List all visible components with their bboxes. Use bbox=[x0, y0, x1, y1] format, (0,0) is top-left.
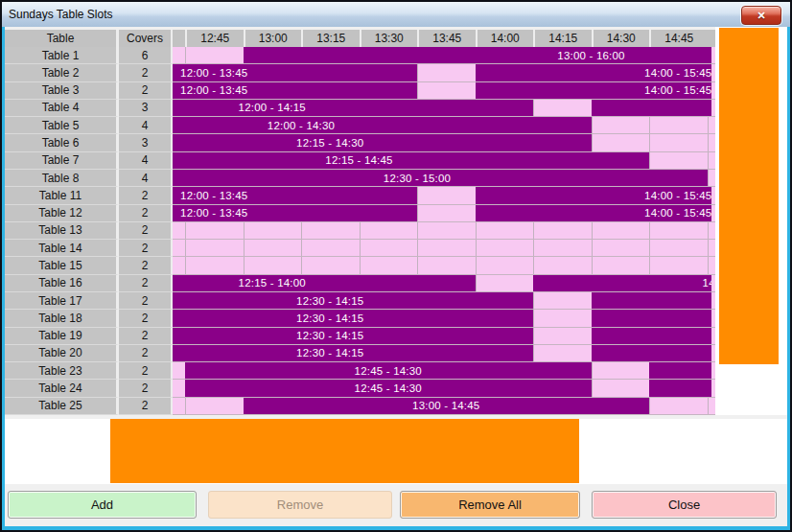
booking-bar[interactable]: 14:30 - 16:00 bbox=[592, 100, 712, 116]
table-row[interactable]: Table 7412:15 - 14:45 bbox=[5, 152, 715, 170]
table-row[interactable]: Table 152 bbox=[5, 257, 715, 274]
horizontal-scrollbar-thumb[interactable] bbox=[110, 419, 579, 483]
table-row[interactable]: Table 142 bbox=[5, 240, 715, 257]
time-column-header: 14:15 bbox=[533, 30, 592, 47]
table-row[interactable]: Table 23212:45 - 14:3014:45 - 16:30 bbox=[5, 362, 715, 380]
covers-cell: 2 bbox=[119, 380, 173, 397]
table-row[interactable]: Table 20212:30 - 14:1514:30 - 16:00 bbox=[5, 345, 715, 362]
time-column-header: 13:30 bbox=[360, 30, 418, 47]
booking-bar[interactable]: 12:15 - 14:45 bbox=[173, 152, 649, 169]
vertical-scrollbar-thumb[interactable] bbox=[719, 28, 779, 364]
remove-button[interactable]: Remove bbox=[208, 491, 392, 519]
booking-bar[interactable]: 12:00 - 13:45 bbox=[173, 64, 417, 81]
close-dialog-button[interactable]: Close bbox=[592, 491, 777, 519]
titlebar[interactable]: Sundays Table Slots ✕ bbox=[2, 2, 790, 28]
booking-bar[interactable]: 12:45 - 14:30 bbox=[185, 362, 592, 379]
grid-line bbox=[417, 222, 418, 239]
booking-bar[interactable]: 14:30 - 16:00 bbox=[592, 310, 712, 326]
grid-line bbox=[649, 222, 650, 239]
booking-time-label: 12:15 - 14:45 bbox=[325, 154, 392, 166]
table-row[interactable]: Table 17212:30 - 14:1514:30 - 16:00 bbox=[5, 292, 715, 310]
table-name-cell: Table 15 bbox=[5, 257, 119, 274]
booking-bar[interactable]: 12:30 - 14:15 bbox=[173, 292, 533, 309]
table-name-cell: Table 14 bbox=[5, 240, 119, 257]
booking-bar[interactable]: 14:00 - 15:45 bbox=[476, 205, 712, 221]
booking-bar[interactable]: 14:30 - 16:00 bbox=[592, 328, 712, 344]
booking-bar[interactable]: 14:45 - 16:30 bbox=[649, 380, 711, 396]
grid-line bbox=[533, 240, 534, 256]
vertical-scrollbar-track[interactable] bbox=[715, 27, 787, 415]
time-slot-canvas: 12:15 - 14:45 bbox=[173, 152, 715, 170]
booking-bar[interactable]: 14:30 - 16:00 bbox=[592, 292, 712, 309]
covers-cell: 2 bbox=[119, 345, 173, 362]
booking-bar[interactable]: 14:00 - 15:45 bbox=[476, 187, 712, 203]
booking-bar[interactable]: 12:00 - 13:45 bbox=[173, 205, 417, 221]
booking-bar[interactable]: 14:30 - 16:00 bbox=[592, 345, 712, 361]
horizontal-scrollbar-track[interactable] bbox=[5, 419, 787, 484]
table-row[interactable]: Table 3212:00 - 13:4514:00 - 15:45 bbox=[5, 82, 715, 100]
table-row[interactable]: Table 2212:00 - 13:4514:00 - 15:45 bbox=[5, 64, 715, 81]
table-row[interactable]: Table 16212:15 - 14:0014:15 - 16:00 bbox=[5, 275, 715, 292]
booking-bar[interactable]: 13:00 - 16:00 bbox=[244, 47, 712, 63]
covers-cell: 2 bbox=[119, 328, 173, 345]
booking-bar[interactable]: 12:00 - 13:45 bbox=[173, 187, 417, 203]
booking-bar[interactable]: 12:30 - 14:15 bbox=[173, 345, 533, 361]
grid-line bbox=[244, 240, 245, 256]
grid-line bbox=[533, 328, 534, 344]
time-slot-canvas: 12:00 - 14:30 bbox=[173, 117, 715, 134]
booking-bar[interactable]: 12:00 - 14:30 bbox=[173, 117, 592, 133]
table-row[interactable]: Table 132 bbox=[5, 222, 715, 240]
add-button[interactable]: Add bbox=[8, 491, 197, 519]
table-row[interactable]: Table 6312:15 - 14:30 bbox=[5, 134, 715, 151]
booking-bar[interactable]: 12:00 - 14:15 bbox=[173, 100, 533, 116]
table-row[interactable]: Table 8412:30 - 15:00 bbox=[5, 170, 715, 187]
time-header-spacer bbox=[173, 30, 185, 47]
table-row[interactable]: Table 4312:00 - 14:1514:30 - 16:00 bbox=[5, 100, 715, 117]
remove-all-button[interactable]: Remove All bbox=[400, 491, 580, 519]
covers-cell: 2 bbox=[119, 222, 173, 240]
grid-line bbox=[360, 257, 361, 273]
dialog-sundays-table-slots: Sundays Table Slots ✕ Table Covers 12:45… bbox=[0, 0, 792, 532]
booking-bar[interactable]: 12:30 - 14:15 bbox=[173, 328, 533, 344]
booking-time-label: 12:30 - 14:15 bbox=[296, 347, 363, 359]
table-name-cell: Table 11 bbox=[5, 187, 119, 204]
table-name-cell: Table 13 bbox=[5, 222, 119, 240]
grid-line bbox=[533, 257, 534, 273]
grid-line bbox=[592, 222, 593, 239]
table-row[interactable]: Table 24212:45 - 14:3014:45 - 16:30 bbox=[5, 380, 715, 397]
covers-cell: 2 bbox=[119, 398, 173, 415]
table-row[interactable]: Table 1613:00 - 16:00 bbox=[5, 47, 715, 64]
covers-cell: 4 bbox=[119, 152, 173, 170]
time-slot-canvas: 12:30 - 14:1514:30 - 16:00 bbox=[173, 292, 715, 310]
table-row[interactable]: Table 11212:00 - 13:4514:00 - 15:45 bbox=[5, 187, 715, 204]
booking-bar[interactable]: 12:00 - 13:45 bbox=[173, 82, 417, 99]
table-row[interactable]: Table 25213:00 - 14:45 bbox=[5, 398, 715, 415]
covers-cell: 2 bbox=[119, 362, 173, 380]
time-column-header: 14:00 bbox=[476, 30, 534, 47]
booking-bar[interactable]: 12:15 - 14:30 bbox=[173, 134, 592, 150]
booking-bar[interactable]: 12:45 - 14:30 bbox=[185, 380, 592, 396]
booking-bar[interactable]: 14:15 - 16:00 bbox=[533, 275, 711, 291]
covers-cell: 2 bbox=[119, 292, 173, 310]
grid-line bbox=[417, 240, 418, 256]
grid-line bbox=[708, 152, 709, 169]
close-button[interactable]: ✕ bbox=[741, 6, 781, 25]
covers-cell: 2 bbox=[119, 240, 173, 257]
grid-line bbox=[708, 134, 709, 150]
booking-bar[interactable]: 14:45 - 16:30 bbox=[649, 362, 711, 379]
grid-rows: Table 1613:00 - 16:00Table 2212:00 - 13:… bbox=[5, 47, 715, 415]
table-row[interactable]: Table 12212:00 - 13:4514:00 - 15:45 bbox=[5, 205, 715, 222]
booking-time-label: 12:00 - 13:45 bbox=[180, 207, 247, 219]
booking-bar[interactable]: 12:30 - 15:00 bbox=[173, 170, 708, 186]
booking-bar[interactable]: 12:30 - 14:15 bbox=[173, 310, 533, 326]
grid-line bbox=[476, 257, 477, 273]
booking-time-label: 13:00 - 16:00 bbox=[557, 50, 624, 61]
booking-bar[interactable]: 14:00 - 15:45 bbox=[476, 82, 712, 99]
booking-bar[interactable]: 14:00 - 15:45 bbox=[476, 64, 712, 81]
booking-bar[interactable]: 12:15 - 14:00 bbox=[173, 275, 476, 291]
table-row[interactable]: Table 18212:30 - 14:1514:30 - 16:00 bbox=[5, 310, 715, 327]
table-row[interactable]: Table 19212:30 - 14:1514:30 - 16:00 bbox=[5, 328, 715, 345]
booking-bar[interactable]: 13:00 - 14:45 bbox=[244, 398, 650, 414]
table-name-cell: Table 18 bbox=[5, 310, 119, 327]
table-row[interactable]: Table 5412:00 - 14:30 bbox=[5, 117, 715, 134]
